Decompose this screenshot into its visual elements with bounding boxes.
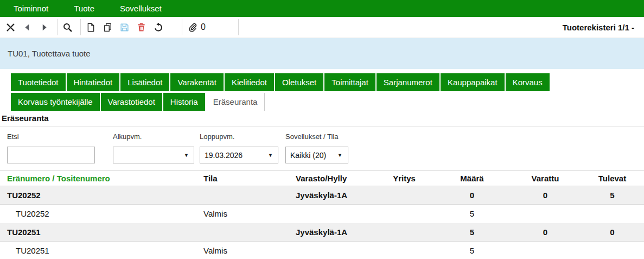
status-filter-label: Sovellukset / Tila <box>285 132 348 141</box>
toolbar: 0 Tuoterekisteri 1/1 - <box>0 17 644 38</box>
search-input[interactable] <box>7 147 95 163</box>
table-row[interactable]: TU20251 Valmis 5 <box>0 242 644 259</box>
new-record-icon[interactable] <box>86 22 96 33</box>
col-header-varasto[interactable]: Varasto/Hylly <box>293 174 374 183</box>
tab-toimittajat[interactable]: Toimittajat <box>324 73 375 91</box>
col-header-varattu[interactable]: Varattu <box>510 174 581 183</box>
record-header-bar: TU01, Tuotettava tuote <box>0 38 644 69</box>
menu-toiminnot[interactable]: Toiminnot <box>14 0 48 17</box>
tab-hintatiedot[interactable]: Hintatiedot <box>67 73 120 91</box>
toolbar-separator <box>57 19 58 35</box>
col-header-tulevat[interactable]: Tulevat <box>581 174 644 183</box>
prev-record-icon[interactable] <box>22 22 33 33</box>
col-header-tila[interactable]: Tila <box>203 174 293 183</box>
undo-icon[interactable] <box>153 22 163 33</box>
filter-bar: Etsi Alkupvm. ▼ Loppupvm. 19.03.2026 ▼ S… <box>7 132 644 163</box>
table-row[interactable]: TU20252 Jyväskylä-1A 0 0 5 <box>0 186 644 205</box>
table-header-row: Eränumero / Tositenumero Tila Varasto/Hy… <box>0 170 644 186</box>
tab-oletukset[interactable]: Oletukset <box>275 73 323 91</box>
tab-lisatiedot[interactable]: Lisätiedot <box>120 73 169 91</box>
delete-icon[interactable] <box>136 22 146 33</box>
table-row[interactable]: TU20251 Jyväskylä-1A 5 0 0 <box>0 223 644 242</box>
cell-incoming: 0 <box>581 228 644 237</box>
start-date-label: Alkupvm. <box>113 132 194 141</box>
register-page-label: Tuoterekisteri 1/1 - <box>563 23 634 32</box>
cell-quantity: 5 <box>434 246 510 255</box>
cell-batch: TU20251 <box>0 246 203 255</box>
cell-reserved: 0 <box>510 228 581 237</box>
cell-warehouse: Jyväskylä-1A <box>293 191 374 200</box>
attachment-icon[interactable] <box>187 22 197 33</box>
table-row[interactable]: TU20252 Valmis 5 <box>0 205 644 223</box>
chevron-down-icon: ▼ <box>179 153 194 158</box>
cell-quantity: 0 <box>434 191 510 200</box>
close-icon[interactable] <box>5 22 16 33</box>
status-select[interactable]: Kaikki (20) ▼ <box>285 147 348 163</box>
cell-batch: TU20252 <box>0 209 203 218</box>
save-icon[interactable] <box>119 22 130 33</box>
record-title: TU01, Tuotettava tuote <box>8 49 91 58</box>
end-date-label: Loppupvm. <box>200 132 278 141</box>
cell-status: Valmis <box>203 209 293 218</box>
search-icon[interactable] <box>62 22 73 33</box>
tab-row-1: Tuotetiedot Hintatiedot Lisätiedot Varak… <box>11 73 644 91</box>
divider <box>0 126 644 127</box>
col-header-yritys[interactable]: Yritys <box>374 174 434 183</box>
toolbar-separator <box>238 19 239 35</box>
cell-reserved: 0 <box>510 191 581 200</box>
col-header-maara[interactable]: Määrä <box>434 174 510 183</box>
cell-quantity: 5 <box>434 209 510 218</box>
chevron-down-icon: ▼ <box>263 153 278 158</box>
search-label: Etsi <box>7 132 95 141</box>
tab-row-2: Korvaus työntekijälle Varastotiedot Hist… <box>11 93 644 111</box>
batch-table: Eränumero / Tositenumero Tila Varasto/Hy… <box>0 170 644 259</box>
chevron-down-icon: ▼ <box>336 153 348 158</box>
tab-varastotiedot[interactable]: Varastotiedot <box>101 93 162 111</box>
tab-varakentat[interactable]: Varakentät <box>170 73 223 91</box>
end-date-combobox[interactable]: 19.03.2026 ▼ <box>200 147 278 163</box>
attachment-count: 0 <box>201 22 206 32</box>
copy-icon[interactable] <box>103 22 113 33</box>
tab-historia[interactable]: Historia <box>163 93 205 111</box>
next-record-icon[interactable] <box>39 22 49 33</box>
menu-sovellukset[interactable]: Sovellukset <box>120 0 162 17</box>
cell-batch: TU20252 <box>0 191 203 200</box>
status-value: Kaikki (20) <box>286 151 336 160</box>
start-date-combobox[interactable]: ▼ <box>113 147 194 163</box>
cell-status: Valmis <box>203 246 293 255</box>
page-title: Eräseuranta <box>2 113 644 123</box>
tab-sarjanumerot[interactable]: Sarjanumerot <box>377 73 439 91</box>
tab-korvaus-tyontekijalle[interactable]: Korvaus työntekijälle <box>11 93 100 111</box>
cell-incoming: 5 <box>581 191 644 200</box>
end-date-value: 19.03.2026 <box>200 151 263 160</box>
tab-korvaus[interactable]: Korvaus <box>506 73 550 91</box>
cell-batch: TU20251 <box>0 228 203 237</box>
menu-tuote[interactable]: Tuote <box>74 0 94 17</box>
tab-kauppapaikat[interactable]: Kauppapaikat <box>441 73 505 91</box>
main-menubar: Toiminnot Tuote Sovellukset <box>0 0 644 17</box>
tab-eraseuranta[interactable]: Eräseuranta <box>206 93 265 111</box>
cell-quantity: 5 <box>434 228 510 237</box>
toolbar-separator <box>182 19 182 35</box>
tab-tuotetiedot[interactable]: Tuotetiedot <box>11 73 66 91</box>
col-header-eranumero[interactable]: Eränumero / Tositenumero <box>0 174 203 183</box>
toolbar-separator <box>80 19 81 35</box>
cell-warehouse: Jyväskylä-1A <box>293 228 374 237</box>
tab-kielitiedot[interactable]: Kielitiedot <box>225 73 274 91</box>
